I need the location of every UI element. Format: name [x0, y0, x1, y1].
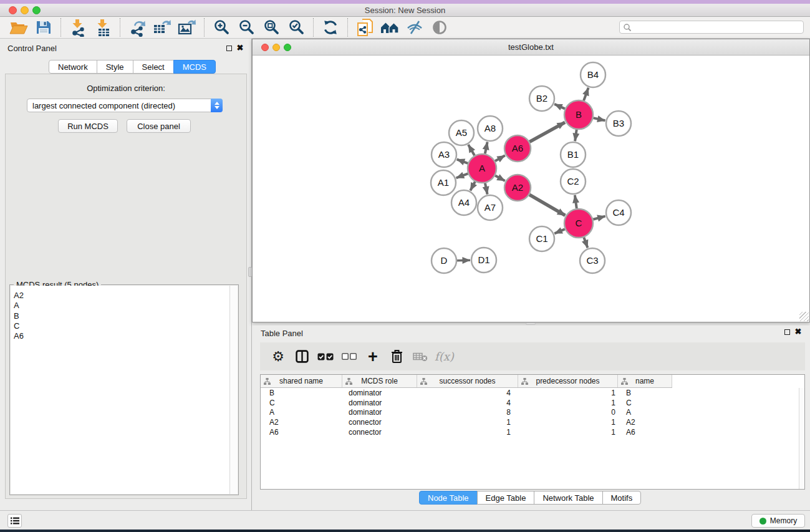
tab-node-table[interactable]: Node Table — [419, 491, 478, 505]
home-icon[interactable] — [379, 18, 400, 37]
table-row-a6[interactable]: A6connector11A6 — [261, 427, 799, 437]
edge-A-A4[interactable] — [470, 181, 475, 190]
result-item-a[interactable]: A — [14, 301, 229, 311]
edge-C-C3[interactable] — [584, 238, 587, 248]
node-B1[interactable]: B1 — [561, 142, 586, 167]
node-B[interactable]: B — [564, 100, 593, 129]
column-header-name[interactable]: name — [618, 375, 672, 387]
save-session-icon[interactable] — [33, 18, 54, 37]
tab-network[interactable]: Network — [49, 60, 97, 74]
table-row-a2[interactable]: A2connector11A2 — [261, 417, 799, 427]
close-network-button[interactable] — [261, 44, 269, 51]
memory-button[interactable]: Memory — [751, 514, 805, 528]
table-settings-icon[interactable]: ⚙ — [269, 347, 287, 366]
edge-C-C1[interactable] — [554, 229, 565, 233]
result-list-scrollbar[interactable] — [229, 286, 238, 494]
zoom-fit-icon[interactable] — [261, 18, 282, 37]
window-resize-grip[interactable] — [799, 312, 809, 321]
split-divider-grip-horizontal[interactable] — [526, 322, 536, 325]
run-mcds-button[interactable]: Run MCDS — [58, 119, 118, 133]
export-network-icon[interactable] — [127, 18, 148, 37]
edge-B-B1[interactable] — [575, 130, 577, 141]
node-A8[interactable]: A8 — [478, 116, 503, 141]
table-scrollbar[interactable] — [799, 388, 804, 489]
edge-B-B4[interactable] — [584, 88, 589, 101]
node-C1[interactable]: C1 — [529, 226, 554, 251]
task-history-button[interactable] — [7, 514, 22, 528]
add-row-icon[interactable]: + — [364, 347, 382, 366]
node-A[interactable]: A — [468, 154, 496, 183]
tab-style[interactable]: Style — [97, 60, 133, 74]
network-canvas[interactable]: AA2A6BCA1A3A4A5A7A8B1B2B3B4C1C2C3C4DD1 — [253, 56, 809, 322]
import-table-icon[interactable] — [92, 18, 113, 37]
node-C[interactable]: C — [564, 209, 593, 238]
node-A7[interactable]: A7 — [478, 195, 503, 220]
delete-rows-icon[interactable] — [387, 347, 406, 366]
table-row-c[interactable]: Cdominator41C — [261, 398, 799, 408]
node-A5[interactable]: A5 — [449, 120, 474, 145]
tab-mcds[interactable]: MCDS — [173, 60, 216, 74]
result-item-b[interactable]: B — [14, 311, 229, 321]
float-panel-icon[interactable] — [225, 44, 233, 52]
column-header-mcds-role[interactable]: MCDS role — [342, 375, 417, 387]
close-panel-icon[interactable]: ✖ — [236, 44, 244, 52]
show-columns-icon[interactable] — [292, 347, 311, 366]
edge-A-A7[interactable] — [485, 183, 488, 195]
edge-A-A8[interactable] — [485, 142, 488, 154]
criterion-dropdown[interactable]: largest connected component (directed) — [27, 99, 223, 112]
edge-A-A5[interactable] — [468, 145, 475, 155]
edge-B-B3[interactable] — [593, 118, 605, 120]
node-D1[interactable]: D1 — [471, 248, 496, 273]
search-box[interactable] — [619, 21, 804, 34]
network-window-titlebar[interactable]: testGlobe.txt — [253, 39, 809, 56]
column-header-successor-nodes[interactable]: successor nodes — [417, 375, 518, 387]
node-A1[interactable]: A1 — [431, 170, 456, 195]
table-row-a[interactable]: Adominator80A — [261, 408, 799, 418]
refresh-layout-icon[interactable] — [320, 18, 341, 37]
float-table-panel-icon[interactable] — [783, 328, 791, 336]
show-graphics-details-icon[interactable] — [429, 18, 450, 37]
edge-A-A1[interactable] — [456, 173, 468, 178]
edge-C-C2[interactable] — [575, 195, 577, 208]
result-item-a2[interactable]: A2 — [14, 291, 229, 301]
node-B3[interactable]: B3 — [606, 111, 631, 136]
maximize-window-button[interactable] — [32, 6, 41, 14]
node-A6[interactable]: A6 — [504, 135, 531, 162]
zoom-selected-icon[interactable] — [286, 18, 307, 37]
zoom-out-icon[interactable] — [236, 18, 257, 37]
table-row-b[interactable]: Bdominator41B — [261, 388, 799, 398]
node-A4[interactable]: A4 — [451, 190, 476, 215]
node-A3[interactable]: A3 — [432, 142, 456, 167]
minimize-network-button[interactable] — [272, 44, 280, 51]
node-C3[interactable]: C3 — [580, 248, 605, 273]
search-input[interactable] — [632, 22, 803, 32]
edge-A2-C[interactable] — [529, 195, 565, 215]
node-B4[interactable]: B4 — [581, 62, 605, 87]
import-network-icon[interactable] — [67, 18, 89, 37]
node-C4[interactable]: C4 — [606, 200, 631, 225]
node-B2[interactable]: B2 — [529, 86, 554, 111]
tab-edge-table[interactable]: Edge Table — [477, 491, 535, 505]
node-A2[interactable]: A2 — [504, 175, 531, 201]
export-image-icon[interactable] — [176, 18, 198, 37]
export-table-icon[interactable] — [152, 18, 173, 37]
edge-B-B2[interactable] — [554, 104, 565, 109]
column-header-predecessor-nodes[interactable]: predecessor nodes — [518, 375, 618, 387]
close-window-button[interactable] — [9, 6, 17, 14]
tab-motifs[interactable]: Motifs — [602, 491, 642, 505]
result-item-c[interactable]: C — [14, 321, 229, 331]
edge-C-C4[interactable] — [593, 216, 605, 220]
close-table-panel-icon[interactable]: ✖ — [794, 328, 802, 336]
close-panel-button[interactable]: Close panel — [127, 119, 191, 133]
node-D[interactable]: D — [432, 248, 456, 273]
result-item-a6[interactable]: A6 — [14, 331, 229, 341]
edge-A-A3[interactable] — [457, 160, 468, 163]
open-session-icon[interactable] — [8, 18, 29, 37]
column-header-shared-name[interactable]: shared name — [261, 375, 342, 387]
tab-select[interactable]: Select — [133, 60, 174, 74]
edge-A6-B[interactable] — [529, 122, 565, 142]
node-C2[interactable]: C2 — [561, 169, 586, 194]
clone-network-icon[interactable] — [354, 18, 375, 37]
zoom-in-icon[interactable] — [211, 18, 232, 37]
select-all-rows-icon[interactable] — [316, 347, 335, 366]
